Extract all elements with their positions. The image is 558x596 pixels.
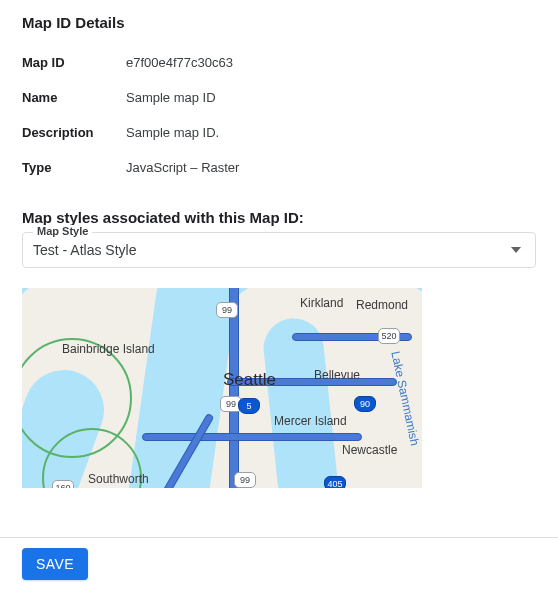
map-label-mercer: Mercer Island [274, 414, 347, 428]
detail-value: e7f00e4f77c30c63 [126, 55, 233, 70]
detail-row-description: Description Sample map ID. [22, 115, 536, 150]
route-shield-160: 160 [52, 480, 74, 488]
detail-value: JavaScript – Raster [126, 160, 239, 175]
save-button[interactable]: SAVE [22, 548, 88, 580]
route-shield-520: 520 [378, 328, 400, 344]
map-style-select[interactable]: Map Style Test - Atlas Style [22, 232, 536, 268]
associated-styles-title: Map styles associated with this Map ID: [22, 209, 536, 226]
details-table: Map ID e7f00e4f77c30c63 Name Sample map … [22, 45, 536, 185]
map-label-bainbridge: Bainbridge Island [62, 342, 155, 356]
map-style-select-value: Test - Atlas Style [33, 242, 136, 258]
detail-value: Sample map ID [126, 90, 216, 105]
detail-row-map-id: Map ID e7f00e4f77c30c63 [22, 45, 536, 80]
detail-label: Type [22, 160, 126, 175]
route-shield-99: 99 [216, 302, 238, 318]
map-label-bellevue: Bellevue [314, 368, 360, 382]
detail-row-type: Type JavaScript – Raster [22, 150, 536, 185]
detail-label: Name [22, 90, 126, 105]
interstate-shield-90: 90 [354, 396, 376, 412]
map-label-redmond: Redmond [356, 298, 408, 312]
detail-label: Description [22, 125, 126, 140]
map-label-newcastle: Newcastle [342, 443, 397, 457]
interstate-shield-5: 5 [238, 398, 260, 414]
section-title: Map ID Details [22, 14, 536, 31]
map-label-seattle: Seattle [223, 370, 276, 390]
map-label-kirkland: Kirkland [300, 296, 343, 310]
footer-bar: SAVE [0, 537, 558, 596]
detail-value: Sample map ID. [126, 125, 219, 140]
map-label-southworth: Southworth [88, 472, 149, 486]
detail-row-name: Name Sample map ID [22, 80, 536, 115]
map-style-select-label: Map Style [33, 225, 92, 237]
chevron-down-icon [511, 247, 521, 253]
interstate-shield-405: 405 [324, 476, 346, 488]
map-preview: Seattle Bellevue Kirkland Redmond Mercer… [22, 288, 422, 488]
detail-label: Map ID [22, 55, 126, 70]
route-shield-99: 99 [234, 472, 256, 488]
